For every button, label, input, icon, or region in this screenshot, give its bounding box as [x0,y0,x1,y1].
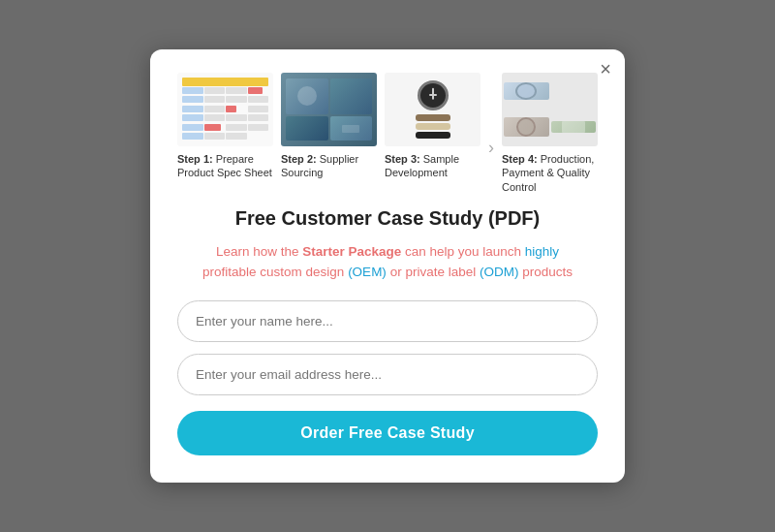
modal-title: Free Customer Case Study (PDF) [177,207,598,230]
steps-arrow: › [488,102,494,194]
step-3-label: Step 3: Sample Development [385,152,480,180]
name-input[interactable] [177,300,598,342]
step-4-label: Step 4: Production, Payment & Quality Co… [502,152,598,194]
step-1-label: Step 1: Prepare Product Spec Sheet [177,152,273,180]
step-2-image [281,73,377,146]
step-3-block: Step 3: Sample Development [385,73,480,194]
email-input[interactable] [177,354,598,395]
step-4-image [502,73,598,146]
step-2-block: Step 2: Supplier Sourcing [281,73,377,194]
close-button[interactable]: × [600,59,611,78]
modal: × [150,49,625,483]
step-1-block: Step 1: Prepare Product Spec Sheet [177,73,273,194]
steps-row: Step 1: Prepare Product Spec Sheet [177,73,598,194]
step-4-block: Step 4: Production, Payment & Quality Co… [502,73,598,194]
submit-button[interactable]: Order Free Case Study [177,411,598,455]
step-1-image [177,73,273,146]
modal-subtitle: Learn how the Starter Package can help y… [177,241,598,283]
step-2-label: Step 2: Supplier Sourcing [281,152,377,180]
step-3-image [385,73,480,146]
